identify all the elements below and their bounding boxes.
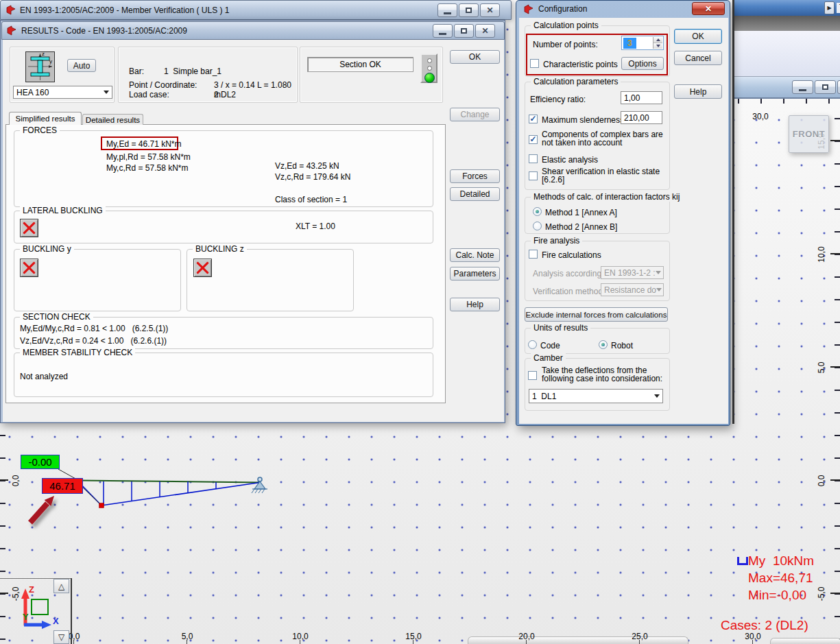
results-window-titlebar: RESULTS - Code - EN 1993-1:2005/AC:2009 …	[1, 21, 505, 40]
maximize-button[interactable]	[459, 3, 479, 17]
horizontal-scrollbar-thumb[interactable]	[770, 638, 840, 644]
tab-simplified-results[interactable]: Simplified results	[9, 112, 82, 125]
method-1-radio[interactable]	[533, 207, 542, 216]
panel-strip-fragment	[734, 31, 840, 77]
analysis-according-label: Analysis according	[533, 269, 601, 278]
front-view-button[interactable]: FRONT	[789, 115, 829, 153]
dialog-title: Configuration	[538, 4, 587, 14]
close-button[interactable]: ✕	[837, 80, 840, 94]
number-of-points-spinner[interactable]: 3	[621, 36, 664, 50]
spinner-buttons[interactable]	[653, 37, 662, 49]
axis-label-top: 30,0	[750, 112, 771, 121]
axis-label-left: 0,0	[11, 471, 21, 490]
maximum-slenderness-field[interactable]: 210,00	[621, 111, 662, 124]
vz-c-rd-value: Vz,c,Rd = 179.64 kN	[275, 172, 350, 182]
section-axis-z: z	[42, 51, 45, 57]
chevron-down-icon	[656, 288, 662, 291]
axis-label-bottom: 25,0	[626, 632, 653, 641]
forces-button[interactable]: Forces	[450, 169, 500, 183]
ok-button[interactable]: OK	[450, 50, 500, 64]
moment-min-label[interactable]: -0.00	[21, 455, 60, 469]
legend-max: Max=46,71	[748, 571, 813, 586]
toolbar-overflow-button[interactable]: ▶	[824, 1, 835, 14]
config-cancel-label: Cancel	[685, 53, 710, 63]
axis-label-right: 10,0	[817, 245, 826, 264]
config-cancel-button[interactable]: Cancel	[674, 51, 722, 65]
lateral-buckling-failed-icon	[20, 219, 38, 237]
check-icon: ✓	[529, 135, 536, 143]
method-2-label: Method 2 [Annex B]	[545, 222, 617, 232]
light-off	[427, 66, 432, 71]
shear-verification-checkbox[interactable]	[529, 171, 538, 180]
method-1-label: Method 1 [Annex A]	[545, 208, 617, 217]
maximum-slenderness-checkbox[interactable]: ✓	[529, 115, 538, 123]
section-check-line1: My,Ed/My,c,Rd = 0.81 < 1.00 (6.2.5.(1))	[20, 324, 168, 333]
minimize-button[interactable]	[437, 3, 457, 17]
toolbar-strip-fragment	[734, 16, 840, 31]
complex-bars-checkbox[interactable]: ✓	[529, 135, 538, 144]
tab-detailed-results[interactable]: Detailed results	[82, 114, 143, 125]
app-title-bar-fragment: ▶ Ty	[734, 0, 840, 16]
interaction-methods-title: Methods of calc. of interaction factors …	[531, 192, 682, 202]
axis-label-right: 5,0	[817, 358, 826, 377]
window-title: EN 1993-1:2005/AC:2009 - Member Verifica…	[20, 5, 229, 15]
status-text: Section OK	[339, 60, 381, 69]
options-button[interactable]: Options	[621, 57, 664, 70]
minimize-icon	[799, 89, 806, 91]
xlt-value: XLT = 1.00	[296, 222, 335, 231]
exclude-internal-forces-button[interactable]: Exclude internal forces from calculation…	[525, 307, 668, 322]
maximize-button[interactable]	[454, 24, 474, 38]
help-button[interactable]: Help	[450, 298, 500, 311]
my-c-rd-value: My,c,Rd = 57.58 kN*m	[106, 163, 188, 173]
characteristic-points-label: Characteristic points	[543, 60, 618, 69]
moment-max-label[interactable]: 46.71	[42, 478, 83, 494]
lateral-buckling-title: LATERAL BUCKLING	[20, 206, 106, 215]
legend-axis-icon	[737, 557, 748, 565]
tick-major	[830, 479, 840, 481]
camber-deflections-checkbox[interactable]	[528, 371, 537, 380]
ruler-right-ticks	[835, 97, 840, 644]
config-help-button[interactable]: Help	[674, 84, 722, 99]
simplified-results-panel: FORCES My,Ed = 46.71 kN*m My,pl,Rd = 57.…	[5, 124, 446, 403]
legend-cases: Cases: 2 (DL2)	[721, 618, 808, 633]
calc-note-button[interactable]: Calc. Note	[450, 248, 500, 262]
tab-label: Detailed results	[86, 116, 140, 124]
shear-verification-label-line2: [6.2.6]	[542, 176, 564, 184]
my-pl-rd-value: My,pl,Rd = 57.58 kN*m	[106, 152, 191, 162]
auto-button[interactable]: Auto	[67, 59, 96, 72]
buckling-z-title: BUCKLING z	[193, 244, 247, 254]
camber-case-combo[interactable]: 1 DL1	[529, 389, 663, 403]
parameters-button[interactable]: Parameters	[450, 267, 500, 281]
method-2-radio[interactable]	[533, 222, 542, 230]
axis-label-bottom: 30,0	[739, 632, 767, 641]
detailed-button[interactable]: Detailed	[450, 187, 500, 201]
section-combo[interactable]: HEA 160	[13, 86, 112, 99]
moment-max-value: 46.71	[49, 480, 75, 492]
change-button[interactable]: Change	[450, 108, 500, 121]
status-panel: Section OK	[300, 47, 443, 103]
efficiency-ratio-field[interactable]: 1,00	[621, 91, 662, 104]
characteristic-points-checkbox[interactable]	[530, 59, 539, 68]
number-of-points-value: 3	[623, 38, 636, 49]
close-button[interactable]: ✕	[480, 3, 500, 17]
calculation-points-title: Calculation points	[531, 21, 601, 30]
maximize-button[interactable]	[815, 80, 836, 94]
elastic-analysis-checkbox[interactable]	[529, 154, 538, 163]
camber-title: Camber	[531, 353, 566, 363]
close-button[interactable]: ✕	[692, 2, 725, 15]
verification-method-combo[interactable]: Resistance do	[601, 283, 664, 296]
minimize-button[interactable]	[433, 24, 453, 38]
maximize-icon	[466, 8, 472, 13]
close-icon: ✕	[481, 27, 488, 35]
play-icon: ▶	[827, 5, 831, 11]
buckling-z-group: BUCKLING z	[187, 249, 354, 311]
minimize-button[interactable]	[792, 80, 813, 94]
axis-label-bottom: 10,0	[287, 632, 314, 641]
config-ok-button[interactable]: OK	[674, 29, 722, 44]
section-check-title: SECTION CHECK	[20, 312, 93, 322]
analysis-according-combo[interactable]: EN 1993-1-2 :	[601, 266, 664, 279]
units-robot-radio[interactable]	[599, 340, 608, 349]
fire-calculations-checkbox[interactable]	[529, 250, 538, 259]
units-code-radio[interactable]	[528, 340, 537, 349]
close-button[interactable]: ✕	[475, 24, 495, 38]
